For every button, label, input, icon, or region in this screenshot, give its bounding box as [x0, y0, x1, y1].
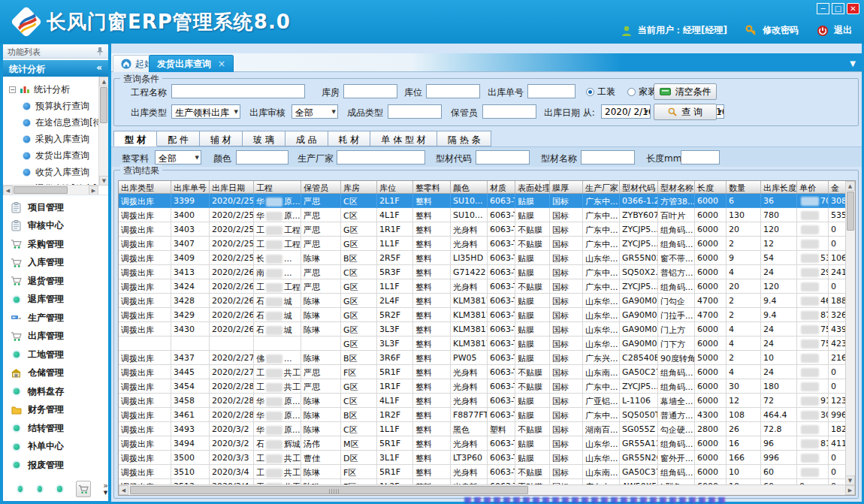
scroll-down-icon[interactable]: ▼	[99, 176, 108, 186]
scroll-right-icon[interactable]: ▶	[89, 186, 98, 195]
product-type-input[interactable]	[388, 104, 442, 119]
column-header[interactable]: 长度	[695, 181, 727, 193]
column-header[interactable]: 金	[829, 181, 846, 193]
grid-horizontal-scrollbar[interactable]: ◀ ▶	[119, 484, 855, 495]
column-header[interactable]: 膜厚	[550, 181, 583, 193]
table-row[interactable]: 调拨出库33992020/2/25华原...严思C区2L1F整料SU10...6…	[119, 194, 846, 208]
material-tab-2[interactable]: 辅 材	[200, 131, 243, 146]
table-row[interactable]: 调拨出库34242020/2/26工工程严思G区1L1F整料光身料6063-T5…	[119, 279, 846, 294]
sidebar-module-item[interactable]: 出库管理	[3, 327, 108, 346]
location-input[interactable]	[426, 84, 480, 98]
audit-select[interactable]: 全部	[292, 104, 338, 119]
tree-item[interactable]: 预算执行查询	[9, 98, 105, 114]
profile-code-input[interactable]	[476, 150, 530, 164]
sidebar-module-item[interactable]: 退货管理	[3, 272, 108, 291]
cart-module-button[interactable]	[76, 481, 92, 497]
overflow-chevron-icon[interactable]: »▾	[103, 482, 108, 496]
scroll-left-icon[interactable]: ◀	[3, 186, 13, 195]
warehouse-input[interactable]	[343, 84, 397, 98]
color-input[interactable]	[236, 150, 289, 164]
table-row[interactable]: 调拨出库34302020/2/26石城陈琳G区3L3F整料KLM38176063…	[119, 322, 846, 337]
tree-item[interactable]: 在途信息查询[待	[9, 114, 105, 131]
tab-shipment-query[interactable]: 发货出库查询 ×	[149, 55, 234, 72]
sidebar-module-item[interactable]: 审核中心	[3, 217, 108, 236]
project-name-input[interactable]	[171, 84, 305, 98]
change-password-link[interactable]: 修改密码	[763, 24, 799, 37]
table-row[interactable]: 调拨出库34092020/2/25长...陈琳B区2R5F整料LI35HD606…	[119, 251, 846, 265]
close-button[interactable]: ✕	[847, 3, 859, 14]
tab-close-icon[interactable]: ×	[218, 59, 225, 69]
table-row[interactable]: 调拨出库34612020/2/28华原...陈琳B区1R2F整料F8877FT6…	[119, 408, 846, 422]
table-row[interactable]: 调拨出库34072020/2/25工工程严思G区1L1F整料光身料6063-T5…	[119, 237, 846, 251]
sidebar-module-item[interactable]: 物料盘存	[3, 382, 108, 401]
tree-horizontal-scrollbar[interactable]: ◀ ▶	[3, 185, 98, 195]
table-row[interactable]: 调拨出库34932020/3/2华原...陈琳C区1L1F整料黑色塑料不贴膜国标…	[119, 422, 846, 436]
column-header[interactable]: 出库类型	[119, 181, 171, 193]
column-header[interactable]: 库房	[341, 181, 377, 193]
table-row[interactable]: 调拨出库34542020/2/28工共工程严思G区1R1F整料光身料6063-T…	[119, 379, 846, 394]
column-header[interactable]: 出库单号	[171, 181, 210, 193]
column-header[interactable]: 颜色	[451, 181, 488, 193]
table-row[interactable]: 调拨出库35002020/3/3工共工程曹佳D区3L1F整料LT3P606063…	[119, 451, 846, 465]
sidebar-module-item[interactable]: 入库管理	[3, 254, 108, 273]
sidebar-module-item[interactable]: 工地管理	[3, 346, 108, 364]
scroll-up-icon[interactable]: ▲	[99, 77, 108, 86]
column-header[interactable]: 保管员	[301, 181, 341, 193]
collapse-panel-icon[interactable]: «	[96, 62, 102, 73]
pin-icon[interactable]	[96, 47, 104, 56]
stats-panel-header[interactable]: 统计分析 «	[3, 60, 108, 77]
tree-vertical-scrollbar[interactable]: ▲ ▼	[98, 77, 108, 186]
profile-name-input[interactable]	[581, 150, 635, 164]
sidebar-module-item[interactable]: 财务管理	[3, 401, 108, 420]
whole-part-select[interactable]: 全部	[155, 150, 201, 164]
column-header[interactable]: 数量	[727, 181, 761, 193]
minimize-button[interactable]: ─	[817, 3, 829, 14]
table-row[interactable]: 调拨出库34452020/2/27工共工程严思F区5R1F整料光身料6063-T…	[119, 365, 846, 379]
keeper-input[interactable]	[482, 104, 536, 119]
tree-item[interactable]: 收货入库查询	[9, 164, 105, 180]
grid-vertical-scrollbar[interactable]: ▲ ▼	[845, 181, 855, 485]
table-row[interactable]: 调拨出库34132020/2/26南...严思C区5R3F整料G71422606…	[119, 265, 846, 279]
scroll-left-icon[interactable]: ◀	[119, 485, 128, 495]
sidebar-module-item[interactable]: 报废管理	[3, 456, 108, 475]
column-header[interactable]: 库位	[377, 181, 413, 193]
material-tab-0[interactable]: 型 材	[113, 131, 157, 146]
sidebar-module-item[interactable]: 采购管理	[3, 235, 108, 254]
material-tab-5[interactable]: 耗 材	[328, 131, 371, 146]
outbound-type-select[interactable]: 生产领料出库	[171, 104, 240, 119]
column-header[interactable]: 整零料	[413, 181, 451, 193]
date-from-picker[interactable]: 2020/ 2/16	[601, 104, 651, 119]
material-tab-4[interactable]: 成 品	[285, 131, 328, 146]
column-header[interactable]: 出库日期	[210, 181, 254, 193]
material-tab-3[interactable]: 玻 璃	[243, 131, 285, 146]
table-row[interactable]: 调拨出库34942020/3/2石辉城汤伟M区5R1F整料光身料6063-T5贴…	[119, 436, 846, 451]
sidebar-module-item[interactable]: 仓储管理	[3, 364, 108, 383]
sidebar-module-item[interactable]: 结转管理	[3, 419, 108, 438]
module-dot-icon[interactable]	[36, 484, 44, 493]
table-row[interactable]: G区3L3F整料KLM38176063-T5贴膜国标山东华...GA90M09.…	[119, 337, 846, 351]
column-header[interactable]: 型材名称	[658, 181, 695, 193]
material-tab-7[interactable]: 隔 热 条	[437, 131, 492, 146]
maximize-button[interactable]: □	[832, 3, 844, 14]
radio-home[interactable]: 家装	[627, 86, 657, 98]
sidebar-module-item[interactable]: 退库管理	[3, 291, 108, 309]
table-row[interactable]: 调拨出库34032020/2/25工工程严思G区1R1F整料光身料6063-T5…	[119, 222, 846, 237]
column-header[interactable]: 工程	[254, 181, 301, 193]
table-row[interactable]: 调拨出库35102020/3/4工共工程陈琳F区5R1F整料光身料6063-T5…	[119, 465, 846, 479]
maker-input[interactable]	[337, 150, 425, 164]
clear-conditions-button[interactable]: 清空条件	[654, 83, 717, 100]
table-row[interactable]: 调拨出库34372020/2/27佛...陈琳B区3R6F整料PW056063-…	[119, 351, 846, 365]
column-header[interactable]: 单价	[797, 181, 829, 193]
table-row[interactable]: 调拨出库34282020/2/26石城陈琳G区2L4F整料KLM38176063…	[119, 294, 846, 308]
sidebar-module-item[interactable]: 项目管理	[3, 198, 108, 217]
radio-industrial[interactable]: 工装	[586, 86, 615, 98]
table-row[interactable]: 调拨出库34292020/2/26石城陈琳G区5R2F整料KLM38176063…	[119, 308, 846, 322]
order-no-input[interactable]	[527, 84, 575, 98]
tab-overflow-icon[interactable]: ▼	[850, 59, 856, 68]
sidebar-module-item[interactable]: 补单中心	[3, 438, 108, 457]
column-header[interactable]: 表面处理	[515, 181, 550, 193]
module-dot-icon[interactable]	[17, 484, 24, 493]
table-row[interactable]: 调拨出库34582020/2/28华原...陈琳C区4L1F整料光身料6063-…	[119, 394, 846, 408]
scroll-up-icon[interactable]: ▲	[845, 181, 855, 191]
length-input[interactable]	[681, 150, 720, 164]
